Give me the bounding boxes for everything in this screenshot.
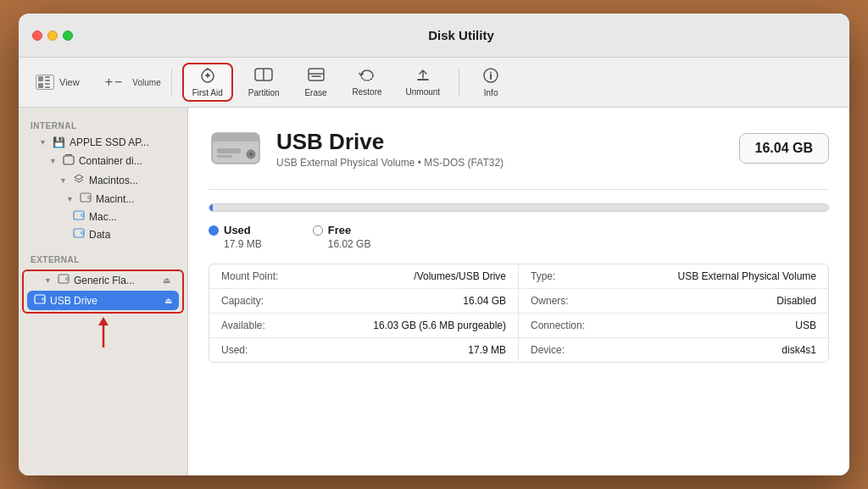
eject-icon: ⏏ <box>164 296 172 305</box>
svg-rect-32 <box>217 148 241 153</box>
svg-rect-1 <box>45 76 50 78</box>
disk-icon <box>73 210 85 223</box>
device-key: Device: <box>531 344 565 356</box>
sidebar-item-data[interactable]: Data <box>19 225 187 243</box>
svg-point-24 <box>42 298 45 301</box>
first-aid-arrow <box>510 108 531 113</box>
free-legend: Free 16.02 GB <box>313 224 371 250</box>
main-window: Disk Utility View + − Volume <box>19 14 849 475</box>
mount-point-val: /Volumes/USB Drive <box>414 270 506 282</box>
drive-header: USB Drive USB External Physical Volume •… <box>209 125 829 172</box>
usb-drive-arrow <box>19 317 187 351</box>
chevron-icon: ▼ <box>44 276 52 285</box>
info-table: Mount Point: /Volumes/USB Drive Type: US… <box>209 264 829 363</box>
erase-button[interactable]: Erase <box>295 64 337 101</box>
add-volume-button[interactable]: + − <box>100 71 130 93</box>
sidebar-item-container[interactable]: ▼ Container di... <box>19 151 187 170</box>
erase-label: Erase <box>304 88 326 97</box>
volume-label: Volume <box>132 78 160 87</box>
used-dot <box>209 225 219 236</box>
device-cell: Device: disk4s1 <box>519 338 828 362</box>
minimize-button[interactable] <box>47 31 58 41</box>
first-aid-button[interactable]: First Aid <box>182 63 233 102</box>
sidebar-item-apple-ssd[interactable]: ▼ 💾 APPLE SSD AP... <box>19 134 187 151</box>
capacity-key: Capacity: <box>221 295 264 307</box>
sidebar-item-mac[interactable]: Mac... <box>19 208 187 225</box>
add-icon: + <box>105 75 113 89</box>
layers-icon <box>73 173 85 187</box>
chevron-icon: ▼ <box>59 176 67 185</box>
titlebar: Disk Utility <box>19 14 849 58</box>
mount-point-key: Mount Point: <box>221 270 278 282</box>
used-legend: Used 17.9 MB <box>209 224 262 250</box>
erase-icon <box>307 67 326 86</box>
unmount-label: Unmount <box>406 87 441 97</box>
svg-rect-33 <box>217 155 232 158</box>
drive-icon <box>209 125 263 172</box>
disk-icon <box>73 228 85 241</box>
info-icon <box>482 67 499 86</box>
svg-rect-8 <box>309 69 324 81</box>
disk-icon <box>34 294 46 307</box>
svg-rect-3 <box>38 83 43 88</box>
external-section-label: External <box>19 250 187 268</box>
view-control[interactable]: View <box>36 75 80 90</box>
used-key: Used: <box>221 344 248 356</box>
owners-val: Disabled <box>776 295 816 307</box>
partition-button[interactable]: Partition <box>240 64 288 101</box>
sidebar: Internal ▼ 💾 APPLE SSD AP... ▼ Container… <box>19 108 188 475</box>
sidebar-item-macint[interactable]: ▼ Macint... <box>19 190 187 208</box>
mount-point-cell: Mount Point: /Volumes/USB Drive <box>209 264 519 288</box>
disk-icon <box>80 192 92 205</box>
sidebar-item-macintos[interactable]: ▼ Macintos... <box>19 170 187 190</box>
drive-subtitle: USB External Physical Volume • MS-DOS (F… <box>276 157 726 169</box>
main-area: Internal ▼ 💾 APPLE SSD AP... ▼ Container… <box>19 108 849 475</box>
eject-icon: ⏏ <box>163 275 170 285</box>
info-row-3: Used: 17.9 MB Device: disk4s1 <box>209 338 828 362</box>
capacity-cell: Capacity: 16.04 GB <box>209 289 519 313</box>
free-dot <box>313 225 323 236</box>
traffic-lights <box>32 31 73 41</box>
restore-icon <box>358 68 376 86</box>
maximize-button[interactable] <box>63 31 73 41</box>
svg-rect-14 <box>64 156 74 164</box>
info-row-1: Capacity: 16.04 GB Owners: Disabled <box>209 289 828 314</box>
type-key: Type: <box>531 270 555 282</box>
divider <box>209 189 829 190</box>
unmount-button[interactable]: Unmount <box>398 64 449 100</box>
info-button[interactable]: Info <box>470 64 512 101</box>
svg-rect-0 <box>38 76 43 81</box>
storage-progress-bar <box>209 203 829 212</box>
view-label: View <box>59 77 80 87</box>
window-title: Disk Utility <box>86 28 836 42</box>
first-aid-icon <box>198 67 217 88</box>
available-val: 16.03 GB (5.6 MB purgeable) <box>373 320 506 331</box>
type-val: USB External Physical Volume <box>678 270 816 282</box>
info-row-2: Available: 16.03 GB (5.6 MB purgeable) C… <box>209 314 828 338</box>
view-icon[interactable] <box>36 75 54 90</box>
chevron-icon: ▼ <box>39 138 47 147</box>
disk-icon: 💾 <box>53 136 65 148</box>
storage-legend: Used 17.9 MB Free 16.02 GB <box>209 224 829 250</box>
first-aid-label: First Aid <box>192 88 223 97</box>
svg-point-20 <box>81 232 84 235</box>
restore-label: Restore <box>353 87 382 97</box>
sep1 <box>171 69 172 96</box>
used-cell: Used: 17.9 MB <box>209 338 519 362</box>
svg-rect-29 <box>212 138 259 142</box>
close-button[interactable] <box>32 31 42 41</box>
free-value: 16.02 GB <box>313 238 371 250</box>
disk-icon <box>58 274 70 286</box>
restore-button[interactable]: Restore <box>344 64 391 100</box>
sidebar-item-label: APPLE SSD AP... <box>70 136 149 148</box>
sidebar-item-generic-fla[interactable]: ▼ Generic Fla... ⏏ <box>24 271 182 289</box>
svg-rect-17 <box>74 211 84 219</box>
svg-rect-5 <box>45 86 50 88</box>
sidebar-item-label: Container di... <box>79 155 142 167</box>
sep2 <box>459 69 459 96</box>
partition-label: Partition <box>248 88 280 97</box>
connection-val: USB <box>795 320 816 331</box>
sidebar-item-usb-drive[interactable]: USB Drive ⏏ <box>27 291 179 310</box>
container-icon <box>63 153 75 168</box>
sidebar-item-label: Data <box>89 229 110 241</box>
